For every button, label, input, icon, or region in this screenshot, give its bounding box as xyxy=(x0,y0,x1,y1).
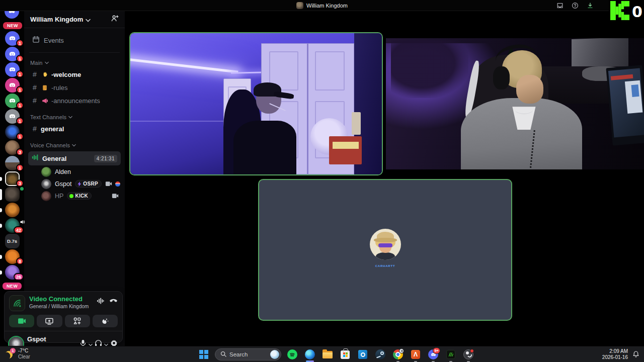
wall-trim xyxy=(130,121,236,122)
channel-rules[interactable]: # -rules xyxy=(28,81,121,94)
server-item[interactable]: 1 xyxy=(0,78,24,93)
server-item[interactable]: 1 xyxy=(0,47,24,61)
avatar-sunglasses xyxy=(378,243,392,247)
soundboard-button[interactable] xyxy=(93,315,118,327)
notification-bell-icon[interactable] xyxy=(632,350,639,360)
notification-badge: 1 xyxy=(16,117,24,125)
search-input[interactable] xyxy=(229,351,267,357)
invite-people-icon[interactable] xyxy=(111,15,119,24)
video-tile-avatar[interactable]: CARHARTT xyxy=(258,179,512,321)
category-main[interactable]: Main xyxy=(24,53,125,68)
server-item[interactable]: 1 xyxy=(0,125,24,139)
server-item[interactable]: 8 xyxy=(0,249,24,264)
server-item[interactable]: 3 xyxy=(0,140,24,155)
hash-icon: # xyxy=(31,83,38,92)
calendar-icon xyxy=(32,36,40,45)
server-item[interactable]: D.7s xyxy=(0,234,24,248)
inbox-icon[interactable] xyxy=(556,2,564,9)
hash-icon: # xyxy=(31,125,38,133)
taskbar-app-spotify[interactable] xyxy=(286,348,299,361)
voice-channel-general[interactable]: General 4:21:31 xyxy=(28,151,121,165)
server-item[interactable]: 1 xyxy=(0,109,24,124)
avatar xyxy=(41,191,51,201)
server-item[interactable] xyxy=(0,203,24,217)
channel-announcements[interactable]: # -announcements xyxy=(28,95,121,107)
server-item[interactable]: 1 xyxy=(0,94,24,108)
screen-share-button[interactable] xyxy=(37,315,62,327)
search-highlight-image[interactable] xyxy=(270,350,279,359)
video-stage: CARHARTT xyxy=(125,11,644,346)
person-face xyxy=(516,75,543,104)
voice-user-name: HP xyxy=(55,193,63,200)
category-text-channels[interactable]: Text Channels xyxy=(24,107,125,122)
unread-pill xyxy=(0,208,2,212)
unread-pill xyxy=(0,270,2,275)
selected-pill xyxy=(0,189,2,200)
server-icon-small xyxy=(296,2,303,9)
server-item[interactable]: 42 xyxy=(0,218,24,233)
taskbar-app-orange-a[interactable]: Λ xyxy=(409,348,422,361)
letterbox-bar xyxy=(386,32,644,38)
taskbar-app-razer[interactable] xyxy=(444,348,457,361)
server-item-selected[interactable] xyxy=(0,187,24,202)
kick-logo-icon xyxy=(610,1,629,22)
server-header[interactable]: William Kingdom xyxy=(24,11,125,28)
weather-temp: -7°C xyxy=(18,348,30,354)
taskbar-clock[interactable]: 2:09 AM 2026-01-16 xyxy=(602,348,628,360)
taskbar-app-edge[interactable] xyxy=(303,348,316,361)
server-initials: D.7s xyxy=(7,238,17,244)
voice-user-hp[interactable]: HP KICK xyxy=(39,190,121,202)
channel-general-text[interactable]: # general xyxy=(28,123,121,135)
video-feed-alden[interactable] xyxy=(129,32,383,175)
video-camera-icon xyxy=(105,179,112,189)
server-item[interactable]: 26 xyxy=(0,265,24,280)
channel-name: -welcome xyxy=(51,71,81,78)
obs-icon xyxy=(463,349,473,359)
sidebar-item-events[interactable]: Events xyxy=(28,33,121,47)
lightning-bolt-icon xyxy=(77,182,82,187)
category-voice-channels[interactable]: Voice Channels xyxy=(24,135,125,150)
hash-icon: # xyxy=(31,70,38,78)
letterbox-bar xyxy=(386,169,644,176)
taskbar-app-store[interactable] xyxy=(339,348,352,361)
camera-button[interactable] xyxy=(9,315,34,327)
recording-dot-badge xyxy=(470,349,474,353)
channel-welcome[interactable]: # -welcome xyxy=(28,68,121,80)
discord-notification-badge: 9+ xyxy=(433,347,440,354)
notification-badge: 42 xyxy=(14,226,24,234)
taskbar-app-steam[interactable] xyxy=(374,348,387,361)
voice-user-gspot[interactable]: Gspot OSRP xyxy=(39,178,121,190)
person-torso xyxy=(233,121,296,174)
disconnect-call-icon[interactable] xyxy=(109,297,118,306)
help-icon[interactable] xyxy=(572,2,579,9)
title-bar: William Kingdom xyxy=(0,0,644,11)
steam-icon xyxy=(375,349,385,359)
notification-badge: 1 xyxy=(16,70,24,78)
voice-active-dot xyxy=(19,186,25,192)
clothes-rack xyxy=(391,40,468,98)
video-feed-hp[interactable] xyxy=(386,32,644,176)
taskbar-search[interactable] xyxy=(215,348,281,360)
unread-pill xyxy=(0,177,2,181)
server-item[interactable]: 1 xyxy=(0,62,24,77)
activities-button[interactable] xyxy=(65,315,90,327)
start-button[interactable] xyxy=(197,348,210,361)
taskbar-app-discord[interactable]: 9+ xyxy=(427,348,440,361)
server-item[interactable]: 1 xyxy=(0,31,24,46)
taskbar-app-file-explorer[interactable] xyxy=(321,348,334,361)
spotify-icon xyxy=(287,349,297,359)
noise-suppression-icon[interactable] xyxy=(97,297,104,306)
taskbar-app-outlook[interactable] xyxy=(356,348,369,361)
taskbar-app-obs[interactable] xyxy=(462,348,475,361)
search-icon xyxy=(220,350,226,359)
download-update-icon[interactable] xyxy=(587,2,594,9)
server-item[interactable]: 3 xyxy=(0,171,24,186)
voice-user-alden[interactable]: Alden xyxy=(39,166,121,177)
weather-widget[interactable]: 1 -7°C Clear xyxy=(5,348,30,359)
channel-name: general xyxy=(41,125,64,133)
headphone-earcup xyxy=(493,66,510,89)
server-item[interactable]: 1 xyxy=(0,156,24,170)
taskbar-app-chrome[interactable] xyxy=(391,348,405,361)
chrome-icon xyxy=(393,349,403,359)
monitor xyxy=(606,65,644,146)
